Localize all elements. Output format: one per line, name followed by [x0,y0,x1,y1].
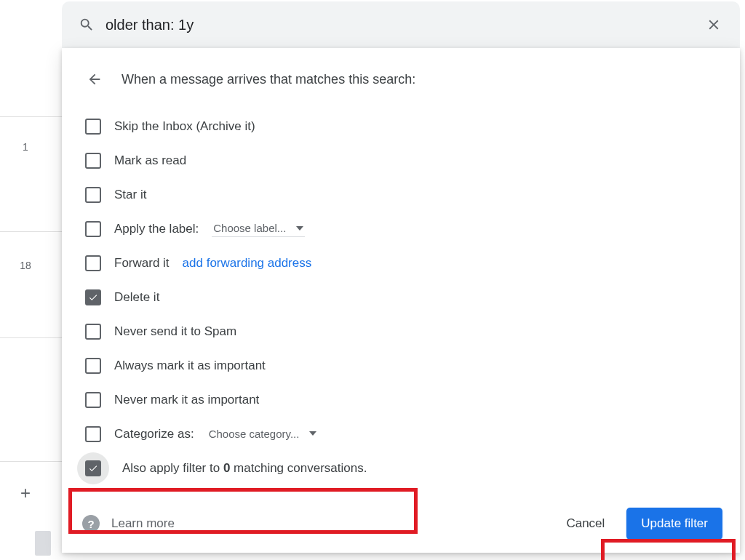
help-icon[interactable]: ? [82,515,100,532]
update-filter-button[interactable]: Update filter [626,508,722,540]
checkbox-never-important[interactable] [85,392,101,408]
bg-divider [0,116,62,117]
option-never-spam: Never send it to Spam [81,314,722,348]
bg-scrollbar-thumb [35,531,51,556]
also-apply-suffix: matching conversations. [230,461,367,475]
checkbox-never-spam[interactable] [85,324,101,340]
option-also-apply: Also apply filter to 0 matching conversa… [81,451,722,485]
bg-divider [0,461,62,462]
option-label: Always mark it as important [114,359,266,373]
option-never-important: Never mark it as important [81,383,722,417]
checkbox-categorize[interactable] [85,426,101,442]
search-input[interactable] [100,17,699,33]
add-forwarding-link[interactable]: add forwarding address [183,256,312,271]
search-icon [73,12,100,38]
label-select[interactable]: Choose label... [212,220,305,237]
option-delete: Delete it [81,280,722,314]
panel-title: When a message arrives that matches this… [121,72,415,87]
label-select-value: Choose label... [213,222,286,234]
search-bar [62,1,740,48]
option-always-important: Always mark it as important [81,348,722,383]
option-label: Skip the Inbox (Archive it) [114,119,255,134]
option-skip-inbox: Skip the Inbox (Archive it) [81,109,722,143]
bg-divider [0,231,62,232]
clear-search-button[interactable] [699,10,728,39]
learn-more-link[interactable]: Learn more [111,516,175,531]
back-button[interactable] [82,67,107,92]
also-apply-prefix: Also apply filter to [122,461,223,475]
bg-count-18: 18 [0,260,51,271]
panel-header: When a message arrives that matches this… [79,67,722,92]
checkbox-apply-label[interactable] [85,221,101,237]
bg-divider [0,337,62,338]
option-label: Apply the label: [114,222,199,236]
checkbox-ripple [77,452,109,484]
checkbox-always-important[interactable] [85,358,101,374]
bg-plus-icon: + [0,483,51,503]
bg-count-1: 1 [0,141,51,153]
option-label: Categorize as: [114,427,194,441]
chevron-down-icon [309,431,316,436]
checkbox-delete[interactable] [85,289,101,305]
category-select[interactable]: Choose category... [207,426,319,442]
category-select-value: Choose category... [209,428,300,440]
option-forward: Forward it add forwarding address [81,246,722,280]
checkbox-star[interactable] [85,187,101,203]
option-label: Never mark it as important [114,393,259,407]
checkbox-skip-inbox[interactable] [85,119,101,135]
option-categorize: Categorize as: Choose category... [81,417,722,451]
arrow-left-icon [87,71,103,87]
options-list: Skip the Inbox (Archive it) Mark as read… [81,109,722,485]
option-star: Star it [81,177,722,212]
option-label: Star it [114,188,146,202]
close-icon [706,17,722,33]
chevron-down-icon [296,226,303,231]
option-mark-read: Mark as read [81,143,722,177]
also-apply-count: 0 [223,461,230,475]
option-label: Never send it to Spam [114,324,236,339]
option-label: Forward it [114,256,170,271]
option-label: Also apply filter to 0 matching conversa… [122,461,367,476]
option-apply-label: Apply the label: Choose label... [81,212,722,246]
cancel-button[interactable]: Cancel [553,509,618,538]
checkbox-mark-read[interactable] [85,153,101,169]
filter-actions-panel: When a message arrives that matches this… [62,48,740,553]
checkbox-also-apply[interactable] [85,460,101,476]
checkbox-forward[interactable] [85,255,101,271]
panel-footer: ? Learn more Cancel Update filter [62,508,740,540]
option-label: Mark as read [114,153,186,168]
option-label: Delete it [114,290,159,305]
